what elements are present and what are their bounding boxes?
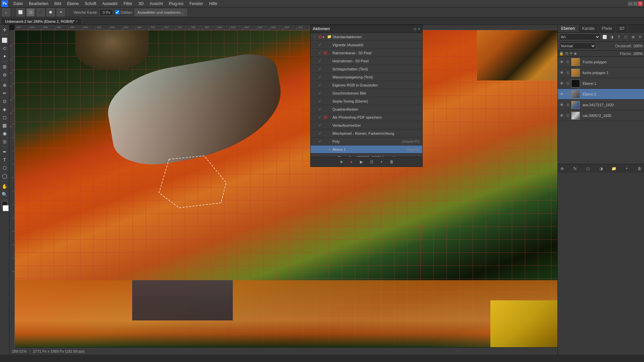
background-color[interactable]	[3, 205, 9, 211]
smart-object-icon[interactable]: ⊕	[630, 34, 636, 40]
lock-all-icon[interactable]: ◈	[574, 51, 577, 56]
new-set-btn[interactable]: ⊡	[368, 159, 375, 165]
action-item[interactable]: ✓ Poly Umsch+F2	[311, 137, 422, 145]
add-group-btn[interactable]: 📁	[611, 166, 617, 172]
tool-marquee[interactable]: ⬜	[1, 37, 8, 44]
layer-type-select[interactable]: Art	[559, 34, 600, 40]
tool-pen[interactable]: ✒	[1, 148, 8, 156]
layer-visibility-eye[interactable]: 👁	[559, 59, 565, 65]
menu-bearbeiten[interactable]: Bearbeiten	[26, 1, 51, 7]
layer-chain-link[interactable]: ⛓	[566, 92, 570, 97]
tool-crop[interactable]: ⊞	[1, 63, 8, 70]
tool-zoom[interactable]: 🔍	[1, 191, 8, 198]
tool-move[interactable]: ✛	[1, 26, 8, 34]
menu-bild[interactable]: Bild	[52, 1, 64, 7]
layer-item[interactable]: 👁 ⛓ ara-3417217_1920	[558, 100, 644, 110]
tool-eyedropper[interactable]: ⊘	[1, 71, 8, 78]
tab-pfade[interactable]: Pfade	[598, 25, 616, 32]
opacity-value[interactable]: 100%	[633, 44, 643, 48]
tool-magic-wand[interactable]: ✦	[1, 53, 8, 60]
action-expand-arrow[interactable]: ▼	[328, 148, 331, 151]
smooth-checkbox-label[interactable]: Glätten	[115, 10, 132, 14]
action-item[interactable]: ✓ Geschmolzenes Blei	[311, 89, 422, 97]
layer-visibility-eye[interactable]: 👁	[559, 81, 565, 86]
fill-value[interactable]: 100%	[633, 52, 643, 56]
tool-blur[interactable]: ◉	[1, 130, 8, 137]
add-mask-btn[interactable]: ◻	[585, 166, 591, 172]
action-item[interactable]: ✓ Schlagschatten (Text)	[311, 65, 422, 73]
action-item[interactable]: ✓ Quadrantfarben	[311, 105, 422, 113]
action-item[interactable]: ✓ Holzrahmen - 50 Pixel	[311, 57, 422, 65]
minimize-btn[interactable]: —	[628, 1, 633, 6]
layer-item[interactable]: 👁 ⛓ cat-300572_1920	[558, 110, 644, 121]
panel-collapse-icon[interactable]: ⊟	[414, 27, 416, 31]
adjustment-layer-icon[interactable]: ◑	[609, 34, 615, 40]
active-tab[interactable]: Unbenannt-2 bei 288% (Ebene 2, RGB/8)* ×	[1, 18, 82, 24]
tool-home[interactable]: ⌂	[2, 8, 10, 16]
menu-schrift[interactable]: Schrift	[82, 1, 99, 7]
action-item[interactable]: ✓ Rahmenkanal - 50 Pixel	[311, 49, 422, 57]
layer-visibility-eye[interactable]: 👁	[559, 70, 565, 75]
layer-item[interactable]: 👁 ⛓ fuchs polygon 1	[558, 67, 644, 78]
add-fx-btn[interactable]: fx	[572, 166, 578, 172]
tool-shape1[interactable]: ⬜	[16, 8, 24, 16]
action-item[interactable]: ✓ ▶ 📁 Standardaktionen	[311, 33, 422, 41]
tool-text[interactable]: T	[1, 156, 8, 164]
tool-hand[interactable]: ✋	[1, 183, 8, 190]
menu-ebene[interactable]: Ebene	[64, 1, 82, 7]
tool-path[interactable]: ⬡	[1, 164, 8, 172]
action-item[interactable]: ✓ ▼ Aktion 1 Strg+F2	[311, 145, 422, 154]
panel-close-icon[interactable]: ✕	[418, 27, 420, 31]
add-link-btn[interactable]: ⊕	[559, 166, 565, 172]
layer-visibility-eye[interactable]: 👁	[559, 113, 565, 118]
tool-gradient[interactable]: ▦	[1, 122, 8, 129]
menu-auswahl[interactable]: Auswahl	[100, 1, 120, 7]
add-layer-btn[interactable]: +	[624, 166, 630, 172]
play-action-btn[interactable]: ▶	[358, 159, 365, 165]
add-adjustment-btn[interactable]: ◑	[598, 166, 604, 172]
delete-action-btn[interactable]: 🗑	[388, 159, 395, 165]
menu-fenster[interactable]: Fenster	[187, 1, 206, 7]
action-item[interactable]: ✓ Ebene "cat-300572_1920" Auswahl	[311, 154, 422, 157]
layer-chain-link[interactable]: ⛓	[566, 59, 570, 65]
tab-3d[interactable]: 3D	[616, 25, 628, 32]
tool-history[interactable]: ◈	[1, 106, 8, 113]
action-item[interactable]: ✓ Als Photoshop-PDF speichern	[311, 113, 422, 121]
menu-filter[interactable]: Filter	[121, 1, 135, 7]
new-action-btn[interactable]: +	[378, 159, 385, 165]
tool-shape-left[interactable]: ◯	[1, 172, 8, 180]
tool-shape3[interactable]: ⬛	[37, 8, 45, 16]
action-item[interactable]: ✓ Verlaufsumsetzer	[311, 121, 422, 129]
tool-shape2[interactable]: ⊡	[26, 8, 35, 16]
tool-lasso-left[interactable]: ⊂	[1, 45, 8, 52]
layer-visibility-eye[interactable]: 👁	[559, 92, 565, 97]
pixel-layer-icon[interactable]: ⬜	[602, 34, 608, 40]
layer-item[interactable]: 👁 ⛓ Fuchs polygon	[558, 57, 644, 67]
tool-lasso[interactable]: ⬟	[47, 8, 55, 16]
layer-chain-link[interactable]: ⛓	[566, 81, 570, 86]
menu-ansicht[interactable]: Ansicht	[147, 1, 165, 7]
layer-chain-link[interactable]: ⛓	[566, 102, 570, 108]
action-item[interactable]: ✓ Wasserspiegelung (Text)	[311, 73, 422, 81]
layer-chain-link[interactable]: ⛓	[566, 70, 570, 75]
smooth-checkbox[interactable]	[115, 10, 119, 14]
blend-mode-select[interactable]: Normal	[559, 43, 596, 49]
layer-item[interactable]: 👁 ⛓ Ebene 1	[558, 78, 644, 89]
tab-ebenen[interactable]: Ebenen	[558, 25, 579, 32]
tool-brush[interactable]: ✏	[1, 89, 8, 97]
delete-layer-btn[interactable]: 🗑	[637, 166, 643, 172]
tool-heal[interactable]: ⊕	[1, 81, 8, 89]
action-expand-arrow[interactable]: ▶	[323, 35, 326, 39]
tab-kanaele[interactable]: Kanäle	[579, 25, 598, 32]
lock-position-icon[interactable]: ✛	[570, 51, 573, 56]
canvas-viewport[interactable]	[15, 30, 557, 347]
type-layer-icon[interactable]: T	[616, 34, 622, 40]
layer-chain-link[interactable]: ⛓	[566, 113, 570, 118]
action-item[interactable]: ✓ Vignette (Auswahl)	[311, 41, 422, 49]
menu-datei[interactable]: Datei	[11, 1, 25, 7]
stop-recording-btn[interactable]: ■	[338, 159, 345, 165]
menu-plugins[interactable]: Plug-ins	[166, 1, 186, 7]
maximize-btn[interactable]: □	[633, 1, 638, 6]
menu-hilfe[interactable]: Hilfe	[207, 1, 220, 7]
action-item[interactable]: ✓ Eigenes RGB in Graustufen	[311, 81, 422, 89]
